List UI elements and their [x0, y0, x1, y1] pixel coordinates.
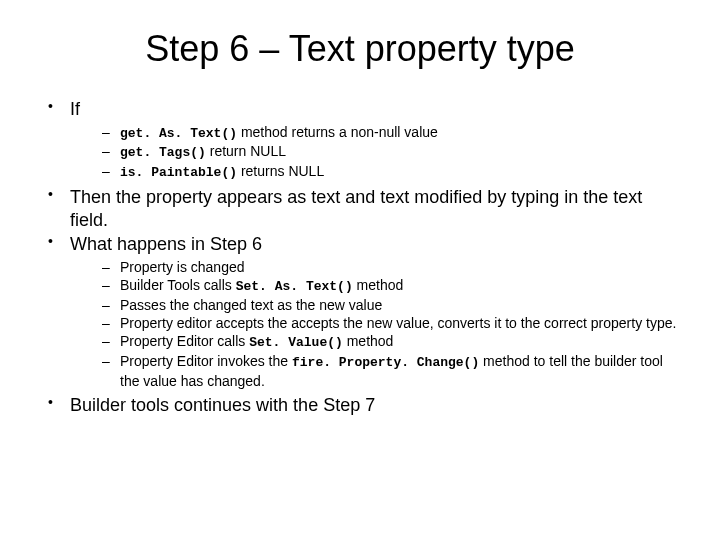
sub-editor-fires-change: Property Editor invokes the fire. Proper…: [98, 352, 680, 390]
bullet-what-happens-text: What happens in Step 6: [70, 234, 262, 254]
code-getastext: get. As. Text(): [120, 126, 237, 141]
sub-passes-text: Passes the changed text as the new value: [98, 296, 680, 314]
slide-title: Step 6 – Text property type: [30, 28, 690, 70]
code-ispaintable: is. Paintable(): [120, 165, 237, 180]
if-sublist: get. As. Text() method returns a non-nul…: [70, 123, 680, 183]
code-gettags: get. Tags(): [120, 145, 206, 160]
slide-body: If get. As. Text() method returns a non-…: [30, 98, 690, 417]
what-happens-sublist: Property is changed Builder Tools calls …: [70, 258, 680, 390]
bullet-what-happens: What happens in Step 6 Property is chang…: [40, 233, 680, 390]
bullet-builder-continues: Builder tools continues with the Step 7: [40, 394, 680, 417]
post-setvalue: method: [343, 333, 394, 349]
sub-getastext: get. As. Text() method returns a non-nul…: [98, 123, 680, 143]
tail-getastext: method returns a non-null value: [237, 124, 438, 140]
bullet-if-text: If: [70, 99, 80, 119]
post-setastext: method: [353, 277, 404, 293]
sub-gettags: get. Tags() return NULL: [98, 142, 680, 162]
sub-property-changed: Property is changed: [98, 258, 680, 276]
tail-gettags: return NULL: [206, 143, 286, 159]
bullet-then: Then the property appears as text and te…: [40, 186, 680, 231]
code-setastext: Set. As. Text(): [236, 279, 353, 294]
pre-setvalue: Property Editor calls: [120, 333, 249, 349]
sub-builder-calls-setastext: Builder Tools calls Set. As. Text() meth…: [98, 276, 680, 296]
code-setvalue: Set. Value(): [249, 335, 343, 350]
bullet-if: If get. As. Text() method returns a non-…: [40, 98, 680, 182]
sub-editor-calls-setvalue: Property Editor calls Set. Value() metho…: [98, 332, 680, 352]
code-firechange: fire. Property. Change(): [292, 355, 479, 370]
pre-setastext: Builder Tools calls: [120, 277, 236, 293]
tail-ispaintable: returns NULL: [237, 163, 324, 179]
pre-firechange: Property Editor invokes the: [120, 353, 292, 369]
top-bullets: If get. As. Text() method returns a non-…: [40, 98, 680, 417]
sub-ispaintable: is. Paintable() returns NULL: [98, 162, 680, 182]
sub-editor-accepts: Property editor accepts the accepts the …: [98, 314, 680, 332]
